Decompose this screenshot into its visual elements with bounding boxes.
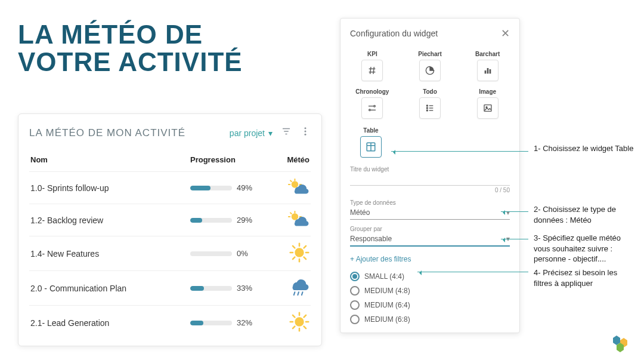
annotation-arrow-4: [417, 272, 528, 272]
svg-point-28: [295, 317, 304, 326]
svg-line-34: [304, 327, 306, 328]
chevron-down-icon: ▾: [506, 208, 510, 217]
tile-label-table: Table: [363, 127, 378, 134]
progress-cell: 32%: [190, 318, 274, 327]
weather-icon: [274, 277, 309, 299]
table-row[interactable]: 2.1- Lead Generation32%: [29, 305, 311, 340]
tile-label: Todo: [423, 88, 437, 95]
annotation-3: 3- Spécifiez quelle météo vous souhaitez…: [534, 233, 635, 264]
hex-logo-icon: [607, 332, 636, 357]
widget-tile-image[interactable]: Image: [465, 88, 510, 119]
weather-icon: [274, 312, 309, 334]
tile-label: KPI: [367, 51, 377, 57]
hash-icon: [361, 60, 383, 81]
filter-icon[interactable]: [281, 126, 292, 140]
group-by-toggle[interactable]: par projet ▾: [230, 128, 273, 138]
radio-label: MEDIUM (6:8): [364, 315, 410, 324]
progress-value: 32%: [237, 318, 252, 327]
close-icon[interactable]: ✕: [501, 27, 510, 40]
tile-label: Piechart: [418, 51, 441, 57]
svg-point-48: [426, 105, 428, 106]
widget-tile-grid-2: Table: [350, 127, 510, 158]
row-name: 1.2- Backlog review: [30, 216, 190, 225]
group-by-select[interactable]: Responsable ▾: [350, 232, 510, 247]
annotation-2: 2- Choisissez le type de données : Météo: [534, 204, 635, 225]
svg-line-23: [304, 246, 306, 248]
activity-weather-card: LA MÉTÉO DE MON ACTIVITÉ par projet ▾ No…: [18, 113, 322, 346]
table-row[interactable]: 2.0 - Communication Plan33%: [29, 270, 311, 305]
widget-tile-grid: KPIPiechartBarchartChronologyTodoImage: [350, 51, 510, 119]
table-header: Nom Progression Météo: [29, 150, 311, 171]
radio-icon: [350, 315, 360, 324]
svg-line-25: [294, 292, 295, 295]
svg-line-9: [290, 180, 292, 182]
col-header-nom: Nom: [30, 155, 190, 164]
list-icon: [419, 97, 441, 119]
tile-label: Chronology: [355, 88, 389, 95]
widget-tile-barchart[interactable]: Barchart: [465, 51, 510, 81]
progress-value: 29%: [237, 216, 252, 224]
progress-bar: [190, 321, 232, 325]
svg-rect-41: [484, 70, 486, 73]
size-radio[interactable]: MEDIUM (6:4): [350, 298, 510, 312]
svg-point-52: [426, 110, 428, 111]
widget-tile-kpi[interactable]: KPI: [350, 51, 395, 81]
table-row[interactable]: 1.4- New Features0%: [29, 236, 311, 270]
progress-value: 0%: [237, 249, 248, 258]
row-name: 1.4- New Features: [30, 249, 190, 259]
svg-point-5: [305, 134, 306, 136]
widget-tile-chronology[interactable]: Chronology: [350, 88, 395, 119]
add-filter-button[interactable]: + Ajouter des filtres: [350, 255, 510, 263]
radio-icon: [350, 300, 360, 310]
widget-tile-piechart[interactable]: Piechart: [408, 51, 453, 81]
svg-line-36: [293, 327, 295, 328]
radio-label: MEDIUM (6:4): [364, 301, 410, 309]
progress-cell: 0%: [190, 249, 274, 258]
progress-cell: 33%: [190, 284, 274, 293]
progress-cell: 29%: [190, 216, 274, 224]
annotation-arrow-3: [501, 239, 528, 239]
svg-line-35: [304, 315, 306, 317]
group-by-label: Grouper par: [350, 226, 510, 232]
data-type-value: Météo: [350, 208, 370, 217]
panel-title: Configuration du widget: [350, 29, 438, 38]
svg-line-22: [304, 257, 306, 259]
annotation-arrow-2: [501, 211, 528, 212]
title-line-2: VOTRE ACTIVITÉ: [18, 47, 243, 76]
widget-tile-table[interactable]: Table: [350, 127, 392, 158]
annotation-arrow-1: [391, 151, 528, 152]
widget-tile-todo[interactable]: Todo: [408, 88, 453, 119]
svg-point-4: [305, 131, 306, 133]
card-actions: par projet ▾: [230, 126, 311, 140]
group-by-label: par projet: [230, 128, 265, 138]
widget-title-input[interactable]: [350, 173, 510, 186]
chevron-down-icon: ▾: [268, 128, 273, 138]
size-radio[interactable]: MEDIUM (4:8): [350, 284, 510, 298]
table-row[interactable]: 1.0- Sprints follow-up49%: [29, 171, 311, 204]
data-type-select[interactable]: Météo ▾: [350, 206, 510, 220]
svg-point-45: [374, 105, 376, 107]
title-field-label: Titre du widget: [350, 166, 510, 173]
pie-icon: [419, 60, 441, 81]
col-header-progression: Progression: [190, 155, 274, 164]
weather-icon: [274, 210, 309, 230]
progress-bar: [190, 186, 232, 190]
group-by-value: Responsable: [350, 235, 392, 243]
radio-icon: [350, 272, 360, 281]
weather-icon: [274, 178, 309, 198]
svg-line-26: [298, 292, 299, 295]
svg-line-14: [290, 213, 292, 214]
radio-label: SMALL (4:4): [364, 272, 404, 281]
row-name: 2.0 - Communication Plan: [30, 284, 190, 293]
annotation-4: 4- Précisez si besoin les filtres à appl…: [534, 267, 635, 288]
progress-bar: [190, 218, 232, 223]
svg-point-47: [369, 109, 371, 111]
svg-rect-43: [489, 69, 491, 73]
progress-bar: [190, 251, 232, 256]
more-vert-icon[interactable]: [300, 126, 311, 140]
size-radio[interactable]: MEDIUM (6:8): [350, 312, 510, 327]
table-icon: [360, 136, 382, 158]
page-title: LA MÉTÉO DE VOTRE ACTIVITÉ: [18, 21, 243, 76]
table-row[interactable]: 1.2- Backlog review29%: [29, 204, 311, 236]
bar-icon: [477, 60, 499, 81]
